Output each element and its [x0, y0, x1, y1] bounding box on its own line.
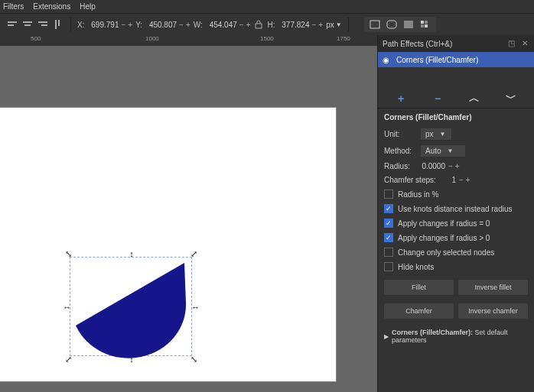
- inverse-chamfer-button[interactable]: Inverse chamfer: [458, 303, 528, 319]
- separator: [70, 18, 71, 31]
- svg-rect-0: [8, 21, 17, 23]
- move-gradient-icon[interactable]: [402, 18, 415, 31]
- set-defaults[interactable]: ▶ Corners (Fillet/Chamfer): Set default …: [384, 329, 528, 344]
- separator: [348, 18, 349, 31]
- svg-rect-9: [370, 21, 379, 28]
- canvas[interactable]: ⤡ ↕ ⤢ ↔ ↔ ⤢ ↕ ⤡: [0, 107, 337, 382]
- transform-group: [364, 17, 436, 32]
- remove-effect-button[interactable]: −: [430, 92, 445, 105]
- h-coord: H: 377.824 −+: [267, 21, 323, 29]
- method-row: Method: Auto ▼: [384, 145, 528, 157]
- chamfer-buttons: Chamfer Inverse chamfer: [384, 303, 528, 319]
- chk-hide-knots[interactable]: Hide knots: [384, 262, 528, 271]
- svg-rect-12: [421, 21, 424, 24]
- chk-label: Hide knots: [398, 263, 434, 271]
- x-value[interactable]: 699.791: [86, 21, 119, 29]
- chk-label: Change only selected nodes: [398, 248, 494, 257]
- shape-path[interactable]: [70, 257, 192, 360]
- chk-apply-gt[interactable]: ✓ Apply changes if radius > 0: [384, 233, 528, 242]
- chk-apply-eq[interactable]: ✓ Apply changes if radius = 0: [384, 219, 528, 228]
- svg-rect-3: [24, 24, 31, 26]
- y-stepper[interactable]: −+: [179, 21, 190, 29]
- radius-label: Radius:: [384, 162, 416, 170]
- scale-stroke-icon[interactable]: [369, 18, 381, 31]
- panel-close-icon[interactable]: ✕: [520, 39, 529, 48]
- chamfer-value: 1: [445, 176, 456, 184]
- move-up-button[interactable]: ︿: [467, 92, 482, 105]
- svg-rect-7: [58, 20, 60, 26]
- x-label: X:: [77, 21, 84, 29]
- y-value[interactable]: 450.807: [145, 21, 177, 29]
- chamfer-label: Chamfer steps:: [384, 176, 441, 184]
- panel-undock-icon[interactable]: ◳: [506, 39, 516, 48]
- visibility-icon[interactable]: ◉: [383, 56, 392, 64]
- x-coord: X: 699.791 −+: [77, 21, 132, 29]
- add-effect-button[interactable]: +: [393, 92, 409, 105]
- svg-rect-6: [55, 20, 57, 29]
- x-stepper[interactable]: −+: [121, 21, 132, 29]
- unit-label: Unit:: [384, 130, 416, 138]
- handle-e[interactable]: ↔: [191, 303, 199, 311]
- scale-corners-icon[interactable]: [386, 18, 398, 31]
- radius-stepper[interactable]: −+: [448, 162, 460, 170]
- svg-rect-13: [425, 21, 428, 24]
- checkbox-icon: [384, 190, 393, 199]
- panel-titlebar: Path Effects (Ctrl+&) ◳ ✕: [378, 35, 534, 52]
- svg-rect-10: [387, 21, 396, 28]
- align-top-icon[interactable]: [52, 18, 64, 31]
- unit-select[interactable]: px ▼: [326, 21, 341, 29]
- svg-rect-2: [23, 21, 32, 23]
- svg-rect-15: [425, 24, 428, 28]
- caret-down-icon: ▼: [440, 131, 446, 138]
- inverse-fillet-button[interactable]: Inverse fillet: [458, 280, 528, 295]
- chk-selected-only[interactable]: Change only selected nodes: [384, 248, 528, 257]
- align-center-icon[interactable]: [21, 18, 34, 31]
- chk-radius-pct[interactable]: Radius in %: [384, 190, 528, 199]
- y-coord: Y: 450.807 −+: [135, 21, 190, 29]
- svg-rect-14: [421, 24, 424, 28]
- panel-title: Path Effects (Ctrl+&): [383, 40, 452, 48]
- w-stepper[interactable]: −+: [239, 21, 251, 29]
- align-right-icon[interactable]: [37, 18, 49, 31]
- radius-input[interactable]: 0.0000 −+: [421, 162, 460, 170]
- h-stepper[interactable]: −+: [311, 21, 323, 29]
- menu-extensions[interactable]: Extensions: [33, 2, 70, 11]
- menu-filters[interactable]: Filters: [3, 2, 24, 11]
- triangle-right-icon: ▶: [384, 333, 389, 340]
- svg-rect-5: [41, 24, 47, 26]
- h-value[interactable]: 377.824: [277, 21, 309, 29]
- effect-list-item[interactable]: ◉ Corners (Fillet/Chamfer): [378, 52, 534, 67]
- unit-dd-value: px: [425, 130, 434, 138]
- lock-icon[interactable]: [253, 19, 264, 30]
- move-down-button[interactable]: ﹀: [503, 92, 519, 105]
- radius-row: Radius: 0.0000 −+: [384, 162, 528, 170]
- workspace[interactable]: ⤡ ↕ ⤢ ↔ ↔ ⤢ ↕ ⤡: [0, 46, 377, 392]
- method-dd-value: Auto: [425, 147, 441, 155]
- align-left-icon[interactable]: [6, 18, 18, 31]
- chk-knots-distance[interactable]: ✓ Use knots distance instead radius: [384, 204, 528, 213]
- checkbox-icon: [384, 248, 393, 257]
- svg-rect-11: [404, 21, 413, 28]
- y-label: Y:: [135, 21, 142, 29]
- caret-down-icon: ▼: [336, 21, 342, 28]
- chamfer-stepper[interactable]: −+: [459, 176, 471, 184]
- ruler-tick: 1000: [145, 35, 159, 42]
- chamfer-button[interactable]: Chamfer: [384, 303, 454, 319]
- fillet-button[interactable]: Fillet: [384, 280, 454, 295]
- defaults-prefix: Corners (Fillet/Chamfer):: [392, 329, 473, 336]
- w-value[interactable]: 454.047: [205, 21, 237, 29]
- method-dropdown[interactable]: Auto ▼: [421, 145, 465, 157]
- method-label: Method:: [384, 147, 416, 155]
- chamfer-input[interactable]: 1 −+: [445, 176, 471, 184]
- svg-rect-4: [38, 21, 47, 23]
- ruler-tick: 500: [31, 35, 41, 42]
- effect-params: Corners (Fillet/Chamfer) Unit: px ▼ Meth…: [378, 109, 534, 348]
- move-pattern-icon[interactable]: [419, 18, 431, 31]
- unit-dropdown[interactable]: px ▼: [421, 128, 451, 140]
- svg-rect-1: [8, 24, 14, 26]
- w-label: W:: [194, 21, 203, 29]
- checkbox-icon: ✓: [384, 219, 393, 228]
- menu-help[interactable]: Help: [80, 2, 96, 11]
- unit-row: Unit: px ▼: [384, 128, 528, 140]
- ruler-tick: 1500: [260, 35, 274, 42]
